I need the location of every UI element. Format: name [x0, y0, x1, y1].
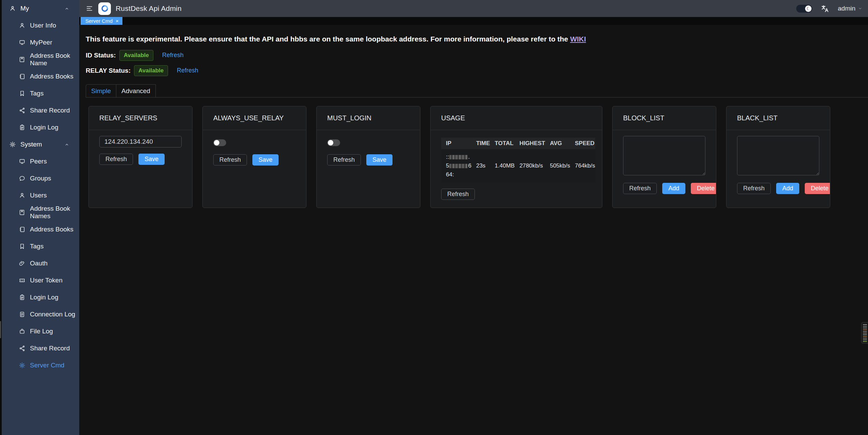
card-body: IPTIMETOTALHIGHESTAVGSPEED::.5664:23s1.4…: [431, 130, 602, 200]
usage-column-header: AVG: [545, 138, 570, 149]
left-edge-scroll-thumb: [0, 321, 1, 338]
block-list-refresh-button[interactable]: Refresh: [623, 183, 657, 194]
sidebar-section-my[interactable]: My: [2, 0, 79, 17]
usage-refresh-button[interactable]: Refresh: [441, 189, 475, 200]
usage-cell-speed: 764kb/s: [570, 149, 595, 182]
relay-servers-input[interactable]: [99, 136, 182, 147]
card-black-list: BLACK_LISTRefreshAddDelete: [726, 106, 830, 208]
button-row: RefreshAddDelete: [623, 183, 705, 194]
button-row: RefreshSave: [327, 154, 410, 166]
id-status-refresh-link[interactable]: Refresh: [162, 52, 184, 59]
button-row: RefreshSave: [213, 154, 296, 166]
usage-table: IPTIMETOTALHIGHESTAVGSPEED::.5664:23s1.4…: [441, 138, 595, 182]
settings-tabs: SimpleAdvanced: [86, 84, 868, 98]
sidebar-item-address-book-names[interactable]: Address Book Names: [2, 204, 79, 221]
sidebar-item-mypeer[interactable]: MyPeer: [2, 34, 79, 51]
tab-close-icon[interactable]: ×: [116, 18, 119, 23]
sidebar-item-login-log[interactable]: Login Log: [2, 289, 79, 306]
user-icon: [19, 192, 26, 199]
card-title: MUST_LOGIN: [327, 114, 371, 122]
black-list-textarea[interactable]: [737, 136, 819, 175]
user-menu[interactable]: admin: [838, 5, 863, 12]
edge-widget-stripe: [863, 328, 867, 328]
toggle-knob: [214, 140, 219, 145]
must-login-refresh-button[interactable]: Refresh: [327, 154, 361, 166]
edge-widget-stripe: [863, 324, 867, 325]
minimized-edge-widget[interactable]: [861, 322, 868, 344]
sidebar-item-share-record[interactable]: Share Record: [2, 340, 79, 357]
share-icon: [19, 345, 26, 352]
block-list-add-button[interactable]: Add: [662, 183, 685, 194]
sidebar-section-system[interactable]: System: [2, 136, 79, 153]
relay-status-refresh-link[interactable]: Refresh: [177, 67, 198, 74]
sidebar-item-user-token[interactable]: User Token: [2, 272, 79, 289]
sidebar-item-address-book-name[interactable]: Address Book Name: [2, 51, 79, 68]
gear-icon: [9, 141, 16, 148]
edge-widget-stripe: [863, 329, 867, 330]
menu-fold-icon[interactable]: [86, 5, 93, 12]
black-list-add-button[interactable]: Add: [776, 183, 799, 194]
sidebar-item-label: Login Log: [30, 124, 58, 131]
sidebar-item-login-log[interactable]: Login Log: [2, 119, 79, 136]
card-header: RELAY_SERVERS: [89, 106, 192, 130]
card-body: RefreshAddDelete: [727, 130, 830, 194]
always-use-relay-save-button[interactable]: Save: [252, 154, 279, 166]
relay-servers-refresh-button[interactable]: Refresh: [99, 154, 133, 165]
card-title: USAGE: [441, 114, 465, 122]
sidebar-item-users[interactable]: Users: [2, 187, 79, 204]
card-title: RELAY_SERVERS: [99, 114, 157, 122]
sidebar-item-peers[interactable]: Peers: [2, 153, 79, 170]
sidebar-item-label: Address Book Names: [30, 205, 79, 220]
dark-mode-toggle[interactable]: ☾: [796, 5, 812, 13]
sidebar-item-tags[interactable]: Tags: [2, 85, 79, 102]
sidebar-item-oauth[interactable]: Oauth: [2, 255, 79, 272]
must-login-save-button[interactable]: Save: [366, 154, 393, 166]
sidebar-item-server-cmd[interactable]: Server Cmd: [2, 357, 79, 374]
relay-servers-save-button[interactable]: Save: [138, 154, 165, 165]
redacted-ip-segment: [449, 164, 468, 168]
sidebar-item-groups[interactable]: Groups: [2, 170, 79, 187]
sidebar-item-file-log[interactable]: File Log: [2, 323, 79, 340]
sidebar-item-connection-log[interactable]: Connection Log: [2, 306, 79, 323]
usage-column-header: HIGHEST: [515, 138, 545, 149]
sidebar-item-address-books[interactable]: Address Books: [2, 221, 79, 238]
card-usage: USAGEIPTIMETOTALHIGHESTAVGSPEED::.5664:2…: [430, 106, 602, 208]
sidebar-item-label: Groups: [30, 175, 51, 182]
edge-widget-stripe: [863, 336, 867, 337]
sidebar-item-address-books[interactable]: Address Books: [2, 68, 79, 85]
id-status-label: ID Status:: [86, 52, 116, 59]
id-status-badge: Available: [119, 50, 153, 61]
chat-icon: [19, 175, 26, 182]
tab-chip-server-cmd[interactable]: Server Cmd ×: [81, 17, 122, 25]
block-list-textarea[interactable]: [623, 136, 705, 175]
must-login-toggle[interactable]: [327, 139, 340, 146]
card-must-login: MUST_LOGINRefreshSave: [316, 106, 420, 208]
black-list-refresh-button[interactable]: Refresh: [737, 183, 771, 194]
usage-column-header: SPEED: [570, 138, 595, 149]
sidebar-item-share-record[interactable]: Share Record: [2, 102, 79, 119]
always-use-relay-toggle[interactable]: [213, 139, 226, 146]
sidebar-item-user-info[interactable]: User Info: [2, 17, 79, 34]
always-use-relay-refresh-button[interactable]: Refresh: [213, 154, 247, 166]
clipboard-icon: [19, 294, 26, 301]
usage-row: ::.5664:23s1.40MB2780kb/s505kb/s764kb/s: [441, 149, 595, 182]
sidebar-item-tags[interactable]: Tags: [2, 238, 79, 255]
tab-advanced[interactable]: Advanced: [116, 84, 156, 97]
sidebar-item-label: Address Book Name: [30, 52, 79, 67]
monitor-icon: [19, 39, 26, 46]
black-list-delete-button[interactable]: Delete: [805, 183, 830, 194]
redacted-ip-segment: [449, 155, 468, 159]
translate-icon[interactable]: [820, 4, 830, 13]
usage-ip-line: 56: [446, 161, 471, 170]
sidebar-item-label: Share Record: [30, 107, 70, 114]
wiki-link[interactable]: WIKI: [570, 35, 586, 43]
block-list-delete-button[interactable]: Delete: [691, 183, 716, 194]
open-tabs-bar: Server Cmd ×: [79, 17, 868, 25]
chevron-up-icon: [64, 142, 69, 147]
notebook-icon: [19, 226, 26, 233]
edge-widget-stripe: [863, 331, 867, 332]
user-icon: [9, 5, 16, 12]
sidebar-item-label: Tags: [30, 90, 44, 97]
status-rows: ID Status:AvailableRefreshRELAY Status:A…: [86, 50, 868, 76]
tab-simple[interactable]: Simple: [86, 84, 116, 97]
